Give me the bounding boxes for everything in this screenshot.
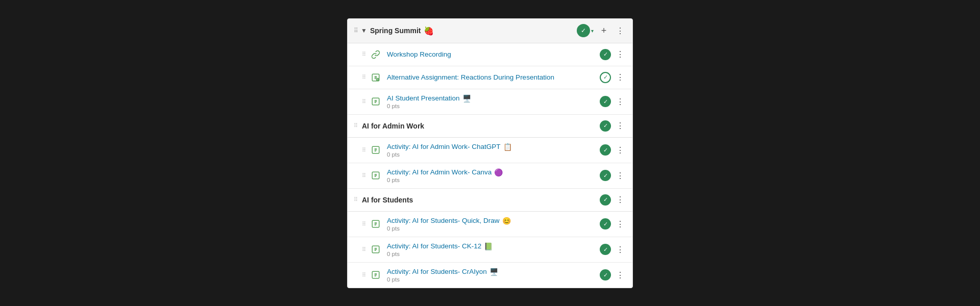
quiz-icon (370, 144, 382, 156)
item-actions: ✓ ⋮ (600, 48, 626, 61)
item-actions: ✓ ⋮ (600, 243, 626, 256)
item-publish-check[interactable]: ✓ (600, 72, 611, 83)
item-publish-check[interactable]: ✓ (600, 144, 611, 156)
item-drag-handle[interactable]: ⠿ (362, 172, 365, 179)
item-drag-handle[interactable]: ⠿ (362, 272, 365, 278)
item-drag-handle[interactable]: ⠿ (362, 221, 365, 227)
item-pts: 0 pts (387, 151, 600, 158)
item-pts: 0 pts (387, 276, 600, 283)
item-content: Activity: AI for Students- CrAIyon 🖥️ 0 … (387, 268, 600, 283)
section-drag-handle[interactable]: ⠿ (354, 122, 358, 129)
item-content: Workshop Recording (387, 50, 600, 58)
quiz-icon (370, 95, 382, 108)
item-more-button[interactable]: ⋮ (614, 269, 626, 281)
item-title[interactable]: Activity: AI for Admin Work- ChatGPT 📋 (387, 143, 600, 151)
item-pts: 0 pts (387, 251, 600, 257)
item-drag-handle[interactable]: ⠿ (362, 98, 365, 105)
item-actions: ✓ ⋮ (600, 144, 626, 156)
item-drag-handle[interactable]: ⠿ (362, 246, 365, 253)
add-button[interactable]: + (598, 24, 610, 37)
item-drag-handle[interactable]: ⠿ (362, 147, 365, 154)
item-emoji: 🖥️ (462, 94, 471, 103)
module-more-button[interactable]: ⋮ (614, 24, 626, 37)
item-row: ⠿ Activity: AI for Students- Quick, Draw… (348, 212, 632, 237)
section-more-button[interactable]: ⋮ (614, 120, 626, 132)
item-publish-check[interactable]: ✓ (600, 218, 611, 230)
section-title: AI for Admin Work (362, 122, 600, 130)
item-content: Activity: AI for Admin Work- Canva 🟣 0 p… (387, 168, 600, 183)
item-actions: ✓ ⋮ (600, 71, 626, 84)
item-pts: 0 pts (387, 103, 600, 109)
item-more-button[interactable]: ⋮ (614, 243, 626, 256)
assignment-icon (370, 71, 382, 84)
item-content: Activity: AI for Students- CK-12 📗 0 pts (387, 242, 600, 257)
module-panel: ⠿ ▼ Spring Summit 🍓 ✓ ▾ + ⋮ ⠿ W (347, 18, 633, 288)
quiz-icon (370, 269, 382, 281)
item-pts: 0 pts (387, 225, 600, 232)
item-row: ⠿ Activity: AI for Admin Work- Canva 🟣 0… (348, 163, 632, 189)
quiz-icon (370, 218, 382, 230)
module-emoji: 🍓 (424, 26, 434, 36)
item-actions: ✓ ⋮ (600, 218, 626, 230)
item-actions: ✓ ⋮ (600, 269, 626, 281)
link-icon (370, 48, 382, 61)
expand-arrow[interactable]: ▼ (361, 27, 367, 34)
item-publish-check[interactable]: ✓ (600, 96, 611, 107)
item-title[interactable]: Workshop Recording (387, 50, 600, 58)
section-actions: ✓ ⋮ (600, 194, 626, 206)
item-row: ⠿ Activity: AI for Admin Work- ChatGPT 📋… (348, 138, 632, 163)
item-publish-check[interactable]: ✓ (600, 269, 611, 280)
module-drag-handle[interactable]: ⠿ (354, 27, 358, 34)
section-more-button[interactable]: ⋮ (614, 194, 626, 206)
item-publish-check[interactable]: ✓ (600, 244, 611, 255)
publish-check[interactable]: ✓ (577, 24, 590, 37)
item-actions: ✓ ⋮ (600, 169, 626, 182)
item-title[interactable]: Activity: AI for Admin Work- Canva 🟣 (387, 168, 600, 176)
section-drag-handle[interactable]: ⠿ (354, 196, 358, 203)
item-more-button[interactable]: ⋮ (614, 218, 626, 230)
module-title: Spring Summit 🍓 (370, 26, 577, 36)
check-icon: ✓ (581, 27, 586, 34)
item-more-button[interactable]: ⋮ (614, 48, 626, 61)
item-row: ⠿ Alternative Assignment: Reactions Duri… (348, 66, 632, 89)
publish-button[interactable]: ✓ ▾ (577, 24, 594, 37)
item-more-button[interactable]: ⋮ (614, 169, 626, 182)
section-actions: ✓ ⋮ (600, 120, 626, 132)
item-content: Activity: AI for Students- Quick, Draw 😊… (387, 217, 600, 232)
item-emoji: 🟣 (494, 168, 503, 176)
item-title[interactable]: Alternative Assignment: Reactions During… (387, 73, 600, 81)
quiz-icon (370, 169, 382, 182)
item-more-button[interactable]: ⋮ (614, 144, 626, 156)
item-title[interactable]: Activity: AI for Students- CrAIyon 🖥️ (387, 268, 600, 276)
item-title[interactable]: Activity: AI for Students- CK-12 📗 (387, 242, 600, 250)
item-content: AI Student Presentation 🖥️ 0 pts (387, 94, 600, 109)
item-actions: ✓ ⋮ (600, 95, 626, 108)
item-emoji: 📗 (484, 242, 493, 250)
item-emoji: 😊 (502, 217, 511, 225)
item-content: Alternative Assignment: Reactions During… (387, 73, 600, 81)
item-pts: 0 pts (387, 177, 600, 183)
module-title-text: Spring Summit (370, 27, 421, 35)
section-title: AI for Students (362, 196, 600, 204)
item-more-button[interactable]: ⋮ (614, 71, 626, 84)
item-title[interactable]: Activity: AI for Students- Quick, Draw 😊 (387, 217, 600, 225)
item-row: ⠿ Activity: AI for Students- CrAIyon 🖥️ … (348, 263, 632, 288)
check-dropdown-arrow[interactable]: ▾ (591, 28, 594, 34)
item-emoji: 🖥️ (489, 268, 498, 276)
item-emoji: 📋 (503, 143, 512, 151)
item-publish-check[interactable]: ✓ (600, 49, 611, 60)
item-content: Activity: AI for Admin Work- ChatGPT 📋 0… (387, 143, 600, 158)
section-publish-check[interactable]: ✓ (600, 120, 611, 132)
header-actions: ✓ ▾ + ⋮ (577, 24, 626, 37)
section-header: ⠿ AI for Students ✓ ⋮ (348, 189, 632, 212)
item-publish-check[interactable]: ✓ (600, 170, 611, 181)
quiz-icon (370, 243, 382, 256)
item-row: ⠿ AI Student Presentation 🖥️ 0 pts ✓ ⋮ (348, 89, 632, 115)
section-publish-check[interactable]: ✓ (600, 194, 611, 206)
item-drag-handle[interactable]: ⠿ (362, 74, 365, 81)
item-title[interactable]: AI Student Presentation 🖥️ (387, 94, 600, 103)
section-header: ⠿ AI for Admin Work ✓ ⋮ (348, 115, 632, 138)
item-row: ⠿ Activity: AI for Students- CK-12 📗 0 p… (348, 237, 632, 263)
item-more-button[interactable]: ⋮ (614, 95, 626, 108)
item-drag-handle[interactable]: ⠿ (362, 51, 365, 58)
